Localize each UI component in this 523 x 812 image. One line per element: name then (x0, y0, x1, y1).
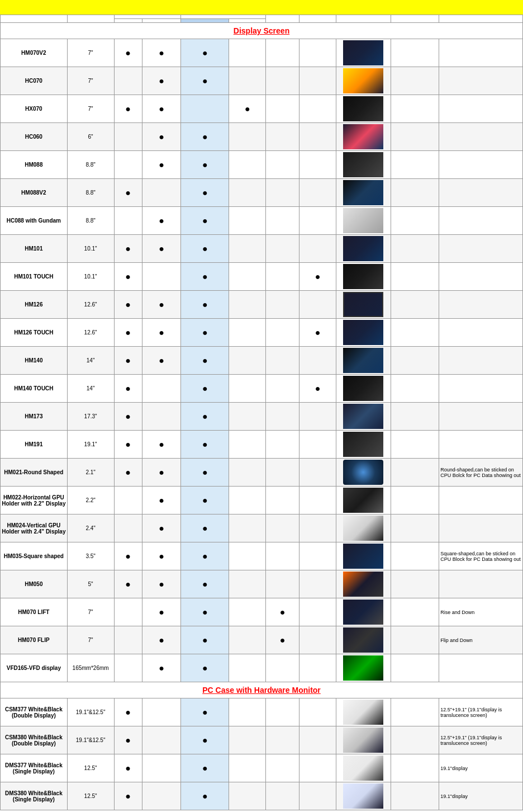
link-cell[interactable] (391, 95, 439, 123)
link-cell[interactable] (391, 542, 439, 570)
photo-cell (336, 207, 391, 235)
link-cell[interactable] (391, 570, 439, 598)
photo-cell (336, 347, 391, 375)
movable-cell (266, 347, 299, 375)
movable-cell (266, 726, 299, 754)
link-cell[interactable] (391, 151, 439, 179)
desk-cell: ● (114, 726, 142, 754)
col-movable (266, 15, 299, 23)
movable-cell: ● (266, 626, 299, 654)
link-cell[interactable] (391, 514, 439, 542)
link-cell[interactable] (391, 626, 439, 654)
link-cell[interactable] (391, 39, 439, 67)
photo-cell (336, 67, 391, 95)
movable-cell (266, 319, 299, 347)
link-cell[interactable] (391, 459, 439, 487)
link-cell[interactable] (391, 698, 439, 726)
table-row: HC070 7" ● ● (1, 67, 523, 95)
link-cell[interactable] (391, 179, 439, 207)
product-photo-img (343, 292, 383, 317)
desk-cell: ● (114, 95, 142, 123)
desk-cell: ● (114, 570, 142, 598)
product-photo-img (343, 655, 383, 681)
touchable-cell (299, 487, 336, 514)
link-cell[interactable] (391, 207, 439, 235)
dim-cell: 7" (67, 626, 114, 654)
link-cell[interactable] (391, 431, 439, 459)
movable-cell (266, 654, 299, 682)
product-photo-img (343, 404, 383, 429)
table-row: VFD165-VFD display 165mm*26mm ● ● (1, 654, 523, 682)
model-cell: CSM377 White&Black (Double Display) (1, 698, 68, 726)
link-cell[interactable] (391, 347, 439, 375)
note-cell (439, 95, 523, 123)
dim-cell: 165mm*26mm (67, 654, 114, 682)
link-cell[interactable] (391, 375, 439, 403)
movable-cell (266, 375, 299, 403)
col-model (1, 15, 68, 23)
table-row: HM021-Round Shaped 2.1" ● ● ● Round-shap… (1, 459, 523, 487)
link-cell[interactable] (391, 782, 439, 810)
table-row: HC088 with Gundam 8.8" ● ● (1, 207, 523, 235)
link-cell[interactable] (391, 319, 439, 347)
lamp-cell (229, 431, 266, 459)
link-cell[interactable] (391, 67, 439, 95)
aida-cell: ● (181, 403, 229, 431)
aida-cell: ● (181, 626, 229, 654)
link-cell[interactable] (391, 291, 439, 319)
product-photo-img (343, 208, 383, 233)
header-bar (0, 0, 523, 15)
col-lamptron (229, 19, 266, 23)
photo-cell (336, 375, 391, 403)
photo-cell (336, 263, 391, 291)
link-cell[interactable] (391, 263, 439, 291)
section-title-display: Display Screen (1, 23, 523, 39)
case-cell (142, 698, 180, 726)
lamp-cell (229, 39, 266, 67)
aida-cell: ● (181, 514, 229, 542)
lamp-cell (229, 570, 266, 598)
link-cell[interactable] (391, 754, 439, 782)
aida-cell: ● (181, 431, 229, 459)
link-cell[interactable] (391, 598, 439, 626)
note-cell (439, 39, 523, 67)
desk-cell: ● (114, 347, 142, 375)
case-cell: ● (142, 95, 180, 123)
movable-cell (266, 403, 299, 431)
photo-cell (336, 319, 391, 347)
movable-cell (266, 542, 299, 570)
aida-cell: ● (181, 487, 229, 514)
desk-cell: ● (114, 698, 142, 726)
model-cell: CSM380 White&Black (Double Display) (1, 726, 68, 754)
link-cell[interactable] (391, 123, 439, 151)
desk-cell: ● (114, 39, 142, 67)
desk-cell (114, 207, 142, 235)
desk-cell (114, 598, 142, 626)
link-cell[interactable] (391, 235, 439, 263)
product-photo-img (343, 40, 383, 65)
link-cell[interactable] (391, 654, 439, 682)
table-row: HM024-Vertical GPU Holder with 2.4" Disp… (1, 514, 523, 542)
product-photo-img (343, 96, 383, 121)
product-photo-img (343, 460, 383, 485)
model-cell: HM022-Horizontal GPU Holder with 2.2" Di… (1, 487, 68, 514)
photo-cell (336, 754, 391, 782)
link-cell[interactable] (391, 487, 439, 514)
model-cell: DMS377 White&Black (Single Display) (1, 754, 68, 782)
case-cell: ● (142, 39, 180, 67)
aida-cell: ● (181, 319, 229, 347)
dim-cell: 7" (67, 95, 114, 123)
aida-cell: ● (181, 263, 229, 291)
dim-cell: 8.8" (67, 179, 114, 207)
dim-cell: 12.6" (67, 291, 114, 319)
table-row: HM088V2 8.8" ● ● (1, 179, 523, 207)
case-cell: ● (142, 431, 180, 459)
photo-cell (336, 598, 391, 626)
model-cell: HM035-Square shaped (1, 542, 68, 570)
link-cell[interactable] (391, 403, 439, 431)
photo-cell (336, 95, 391, 123)
note-cell (439, 263, 523, 291)
photo-cell (336, 459, 391, 487)
link-cell[interactable] (391, 726, 439, 754)
movable-cell (266, 95, 299, 123)
